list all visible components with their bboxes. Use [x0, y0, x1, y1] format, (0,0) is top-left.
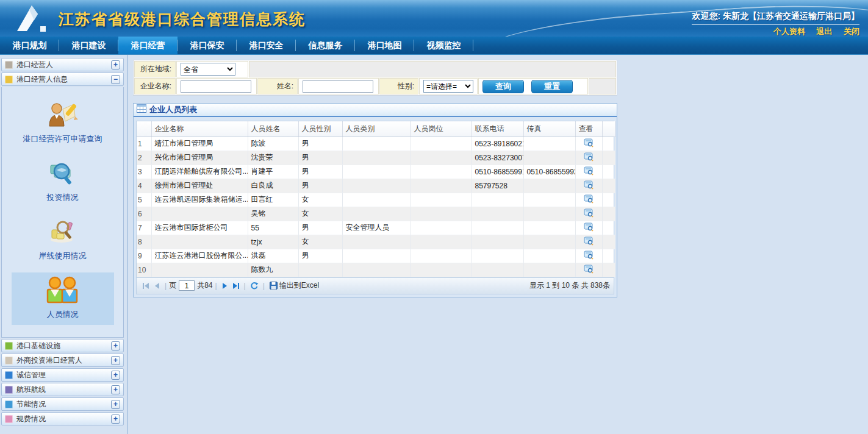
list-title-bar: 企业人员列表: [134, 104, 617, 117]
view-detail-icon[interactable]: [584, 166, 594, 176]
sidebar-item-shoreline[interactable]: 岸线使用情况: [12, 214, 114, 266]
expand-toggle-icon[interactable]: +: [111, 414, 120, 424]
sidebar-group[interactable]: 港口基础设施 +: [1, 339, 124, 352]
nav-tab-7[interactable]: 视频监控: [414, 37, 473, 54]
sidebar-group[interactable]: 港口经营人 +: [1, 58, 124, 71]
sidebar-shortcut-panel: 港口经营许可申请查询 投资情况: [1, 87, 124, 338]
col-filler: [602, 121, 615, 137]
search-button[interactable]: 查询: [482, 80, 524, 93]
table-row: 2 兴化市港口管理局 沈贵荣 男 0523-83273007: [137, 151, 615, 165]
sidebar-item-port-license-query[interactable]: 港口经营许可申请查询: [12, 97, 114, 149]
view-detail-icon[interactable]: [584, 138, 594, 148]
col-view[interactable]: 查看: [575, 121, 602, 137]
sidebar-item-label: 人员情况: [12, 309, 114, 320]
logout-link[interactable]: 退出: [817, 27, 833, 36]
profile-link[interactable]: 个人资料: [773, 27, 805, 36]
filter-filler: [249, 61, 616, 77]
expand-toggle-icon[interactable]: +: [111, 356, 120, 365]
sidebar-group[interactable]: 航班航线 +: [1, 383, 124, 396]
first-page-icon[interactable]: [142, 282, 151, 290]
gender-select[interactable]: =请选择=: [423, 80, 473, 93]
col-company[interactable]: 企业名称: [151, 121, 248, 137]
name-cell: [298, 78, 379, 94]
nav-tab-0[interactable]: 港口规划: [0, 37, 59, 54]
expand-toggle-icon[interactable]: −: [111, 75, 120, 84]
sidebar-group[interactable]: 节能情况 +: [1, 397, 124, 411]
nav-tab-6[interactable]: 港口地图: [355, 37, 414, 54]
sidebar: 港口经营人 + 港口经营人信息 − 港口经营许可申请查询: [0, 55, 125, 434]
region-select[interactable]: 全省: [181, 63, 235, 76]
expand-toggle-icon[interactable]: +: [111, 385, 120, 394]
nav-tab-3[interactable]: 港口保安: [178, 37, 237, 54]
col-position[interactable]: 人员岗位: [411, 121, 472, 137]
page-title: 江苏省省级港口综合管理信息系统: [59, 9, 306, 29]
nav-tab-4[interactable]: 港口安全: [237, 37, 296, 54]
gender-label: 性别:: [379, 78, 418, 94]
filter-row-region: 所在地域: 全省: [134, 61, 616, 77]
table-row: 10 陈数九: [137, 263, 615, 277]
expand-toggle-icon[interactable]: +: [111, 400, 120, 409]
company-input[interactable]: [181, 80, 251, 93]
view-detail-icon[interactable]: [584, 152, 594, 162]
table-row: 4 徐州市港口管理处 白良成 男 85797528: [137, 179, 615, 193]
magnifier-gold-icon: [47, 218, 79, 248]
nav-tab-5[interactable]: 信息服务: [296, 37, 355, 54]
expand-toggle-icon[interactable]: +: [111, 341, 120, 350]
sidebar-top-groups: 港口经营人 + 港口经营人信息 −: [0, 58, 125, 86]
col-category[interactable]: 人员类别: [342, 121, 411, 137]
app-logo-icon: [16, 4, 54, 32]
expand-toggle-icon[interactable]: +: [111, 60, 120, 69]
view-detail-icon[interactable]: [584, 180, 594, 190]
nav-tab-1[interactable]: 港口建设: [59, 37, 118, 54]
view-detail-icon[interactable]: [584, 250, 594, 260]
last-page-icon[interactable]: [231, 282, 240, 290]
col-fax[interactable]: 传真: [523, 121, 575, 137]
infrastructure-icon: [5, 342, 13, 350]
filter-row-fields: 企业名称: 姓名: 性别: =请选择= 查询 重置: [134, 78, 616, 94]
sidebar-item-investment[interactable]: 投资情况: [12, 155, 114, 208]
foreign-invest-icon: [5, 357, 13, 365]
next-page-icon[interactable]: [221, 282, 228, 290]
view-detail-icon[interactable]: [584, 194, 594, 204]
sidebar-group[interactable]: 诚信管理 +: [1, 368, 124, 382]
table-row: 7 连云港市国际货柜公司 55 男 安全管理人员: [137, 221, 615, 235]
name-input[interactable]: [303, 80, 373, 93]
expand-toggle-icon[interactable]: +: [111, 371, 120, 380]
refresh-icon[interactable]: [250, 282, 259, 290]
sidebar-group[interactable]: 规费情况 +: [1, 412, 124, 425]
company-label: 企业名称:: [134, 78, 176, 94]
sidebar-item-personnel[interactable]: 人员情况: [12, 272, 114, 325]
fees-icon: [5, 415, 13, 423]
col-name[interactable]: 人员姓名: [248, 121, 298, 137]
folder-arrow-icon: [5, 76, 13, 84]
close-link[interactable]: 关闭: [844, 27, 859, 36]
sidebar-group[interactable]: 港口经营人信息 −: [1, 73, 124, 86]
table-row: 9 江苏连云港港口股份有限公... 洪磊 男: [137, 249, 615, 263]
main-nav: 港口规划港口建设港口经营港口保安港口安全信息服务港口地图视频监控: [0, 37, 868, 55]
pagination-summary: 显示 1 到 10 条 共 838条: [529, 280, 610, 291]
view-detail-icon[interactable]: [584, 236, 594, 246]
export-excel-button[interactable]: 输出到Excel: [270, 280, 319, 291]
col-phone[interactable]: 联系电话: [472, 121, 523, 137]
top-links: 个人资料 退出 关闭: [765, 26, 859, 37]
sidebar-item-label: 港口经营许可申请查询: [12, 133, 114, 144]
reset-button[interactable]: 重置: [531, 80, 573, 93]
table-header-row: 企业名称 人员姓名 人员性别 人员类别 人员岗位 联系电话 传真 查看: [137, 121, 615, 137]
view-detail-icon[interactable]: [584, 208, 594, 218]
personnel-table: 企业名称 人员姓名 人员性别 人员类别 人员岗位 联系电话 传真 查看 1 靖江…: [137, 121, 615, 277]
total-pages: 共84: [197, 280, 212, 291]
page-label: 页: [169, 280, 176, 291]
col-gender[interactable]: 人员性别: [298, 121, 342, 137]
main-content: 所在地域: 全省 企业名称: 姓名: 性别:: [128, 55, 868, 434]
prev-page-icon[interactable]: [154, 282, 160, 290]
newspaper-icon: [5, 61, 13, 69]
sidebar-group[interactable]: 外商投资港口经营人 +: [1, 354, 124, 367]
nav-tab-2[interactable]: 港口经营: [118, 37, 178, 54]
region-label: 所在地域:: [134, 61, 176, 77]
view-detail-icon[interactable]: [584, 222, 594, 232]
page-input[interactable]: [179, 280, 195, 291]
sidebar-bottom-groups: 港口基础设施 + 外商投资港口经营人 + 诚信管理 + 航班航线 + 节能情况 …: [0, 339, 125, 425]
company-cell: [176, 78, 257, 94]
pagination-bar: | 页 共84 | | |: [136, 278, 614, 294]
view-detail-icon[interactable]: [584, 264, 594, 274]
